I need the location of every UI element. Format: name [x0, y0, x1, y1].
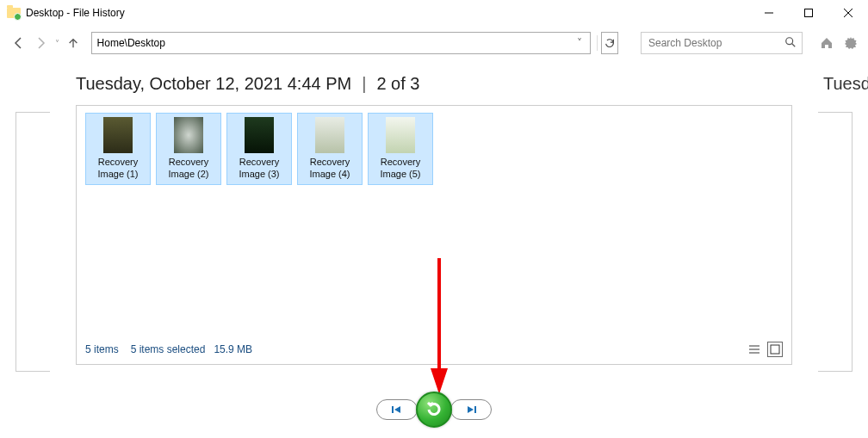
- folder-history-icon: [7, 6, 21, 20]
- svg-point-4: [786, 37, 793, 44]
- snapshot-header: Tuesday, October 12, 2021 4:44 PM | 2 of…: [76, 74, 792, 105]
- window-title: Desktop - File History: [26, 7, 125, 19]
- next-snapshot-peek[interactable]: Tuesda: [818, 74, 868, 372]
- divider: |: [362, 74, 366, 94]
- thumbnail-icon: [174, 117, 203, 153]
- file-label: RecoveryImage (5): [380, 157, 420, 181]
- restore-button[interactable]: [416, 392, 452, 428]
- refresh-button[interactable]: [601, 32, 618, 54]
- file-item[interactable]: RecoveryImage (1): [85, 113, 151, 185]
- forward-button[interactable]: [34, 34, 48, 52]
- view-toggle: [747, 342, 783, 357]
- details-view-button[interactable]: [747, 342, 762, 357]
- status-selection: 5 items selected: [131, 343, 206, 355]
- back-button[interactable]: [12, 34, 27, 52]
- content-area: . Tuesday, October 12, 2021 4:44 PM | 2 …: [0, 60, 868, 372]
- minimize-button[interactable]: [749, 0, 789, 26]
- svg-line-5: [792, 43, 796, 46]
- snapshot-position: 2 of 3: [376, 74, 419, 94]
- status-bar: 5 items 5 items selected 15.9 MB: [85, 336, 783, 357]
- previous-version-button[interactable]: [376, 399, 418, 420]
- next-snapshot-label: Tuesda: [818, 74, 868, 112]
- main-column: Tuesday, October 12, 2021 4:44 PM | 2 of…: [50, 74, 818, 365]
- file-item[interactable]: RecoveryImage (2): [156, 113, 221, 185]
- status-size: 15.9 MB: [214, 343, 252, 355]
- toolbar: ˅ Home\Desktop ˅: [0, 26, 868, 60]
- dropdown-caret-icon[interactable]: ˅: [55, 39, 59, 48]
- thumbnail-icon: [245, 117, 274, 153]
- search-icon: [784, 36, 797, 51]
- close-button[interactable]: [828, 0, 868, 26]
- svg-marker-12: [394, 406, 400, 413]
- file-item[interactable]: RecoveryImage (5): [368, 113, 433, 185]
- home-icon[interactable]: [818, 34, 835, 52]
- title-bar: Desktop - File History: [0, 0, 868, 26]
- svg-rect-10: [771, 345, 779, 354]
- file-item[interactable]: RecoveryImage (4): [297, 113, 363, 185]
- search-box[interactable]: [641, 32, 803, 54]
- thumbnail-icon: [315, 117, 344, 153]
- up-button[interactable]: [66, 34, 81, 52]
- file-label: RecoveryImage (3): [239, 157, 279, 181]
- maximize-button[interactable]: [789, 0, 828, 26]
- file-pane: RecoveryImage (1) RecoveryImage (2) Reco…: [76, 105, 792, 365]
- svg-marker-13: [468, 406, 474, 413]
- file-label: RecoveryImage (4): [309, 157, 350, 181]
- gear-icon[interactable]: [842, 34, 859, 52]
- svg-rect-1: [805, 9, 813, 17]
- history-nav-controls: [0, 392, 868, 428]
- window-controls: [749, 0, 868, 26]
- svg-marker-16: [431, 368, 448, 394]
- snapshot-timestamp: Tuesday, October 12, 2021 4:44 PM: [76, 74, 351, 94]
- status-item-count: 5 items: [85, 343, 119, 355]
- search-input[interactable]: [647, 36, 779, 50]
- file-label: RecoveryImage (2): [168, 157, 208, 181]
- file-grid: RecoveryImage (1) RecoveryImage (2) Reco…: [85, 113, 783, 185]
- next-version-button[interactable]: [450, 399, 492, 420]
- thumbnails-view-button[interactable]: [767, 342, 783, 357]
- svg-rect-11: [392, 406, 394, 413]
- file-item[interactable]: RecoveryImage (3): [226, 113, 292, 185]
- thumbnail-icon: [386, 117, 415, 153]
- file-label: RecoveryImage (1): [97, 157, 138, 181]
- chevron-down-icon[interactable]: ˅: [573, 37, 586, 49]
- svg-rect-14: [474, 406, 476, 413]
- address-text: Home\Desktop: [97, 37, 573, 49]
- thumbnail-icon: [103, 117, 133, 153]
- address-bar[interactable]: Home\Desktop ˅: [91, 32, 591, 54]
- previous-snapshot-peek[interactable]: .: [0, 74, 50, 372]
